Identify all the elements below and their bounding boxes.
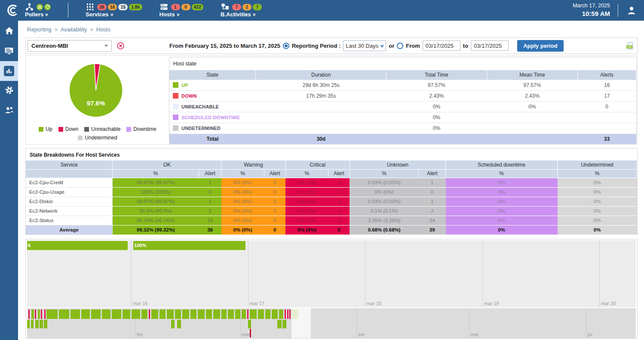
bactivities-count-badge-red[interactable]: 7 (232, 4, 241, 10)
sidebar-item-monitoring[interactable] (0, 41, 18, 61)
timeline-tick-label: mar 18 (367, 301, 381, 306)
service-name[interactable]: Ec2-Network (26, 206, 113, 216)
from-date-input[interactable] (423, 40, 460, 51)
bactivities-count-badge-orange[interactable]: 2 (242, 4, 251, 10)
navigator-cursor[interactable] (250, 329, 251, 337)
navigator-event-segment (171, 320, 175, 328)
mean-time-cell: 0% (487, 101, 578, 112)
warning-percent: 0% (0%) (221, 216, 264, 225)
user-menu-button[interactable] (626, 5, 637, 16)
breadcrumb-link-availability[interactable]: Availability (61, 26, 87, 33)
hosts-count-badge-green[interactable]: 422 (192, 4, 204, 10)
scheduled-downtime-percent: 0% (446, 197, 558, 206)
breadcrumb-link-reporting[interactable]: Reporting (27, 26, 51, 33)
sub-header: Alert (328, 169, 350, 178)
navigator-uptime-segment (81, 309, 90, 319)
reporting-period-radio[interactable] (283, 43, 289, 49)
state-breakdowns-table: ServiceOKWarningCriticalUnknownScheduled… (26, 161, 637, 235)
pollers-label: Pollers (25, 11, 43, 18)
unknown-alert: 39 (419, 225, 446, 235)
list-icon-badge[interactable] (37, 4, 43, 10)
warning-percent: 0% (0%) (221, 197, 264, 206)
monitoring-icon (4, 46, 14, 56)
total-total_time (386, 133, 487, 144)
hosts-status-row: 10422 (159, 3, 204, 11)
service-name[interactable]: Average (26, 225, 113, 235)
hosts-label: Hosts (159, 11, 175, 18)
apply-period-button[interactable]: Apply period (517, 40, 563, 52)
services-count-badge-green[interactable]: 1.8k (129, 4, 142, 10)
service-name[interactable]: Ec2-Cpu-Credit (26, 178, 113, 187)
warning-alert: 0 (264, 178, 285, 187)
to-date-input[interactable] (471, 40, 509, 51)
state-link-down[interactable]: DOWN (181, 93, 197, 99)
svg-text:CSV: CSV (627, 46, 632, 48)
ok-percent: 99.9% (99.9%) (113, 206, 199, 216)
navigator-gridline (586, 308, 586, 338)
services-count-badge-red[interactable]: 26 (97, 4, 107, 10)
centreon-logo[interactable] (0, 3, 25, 18)
pie-legend: UpDownUnreachableDowntimeUndetermined (29, 126, 166, 141)
navigator-event-segment (248, 320, 251, 328)
warning-alert: 0 (264, 197, 285, 206)
sidebar-item-configuration[interactable] (0, 81, 18, 101)
state-link-up[interactable]: UP (181, 83, 188, 88)
state-link-downtime[interactable]: SCHEDULED DOWNTIME (181, 115, 240, 120)
host-state-table: StateDurationTotal TimeMean TimeAlertsUP… (169, 70, 636, 144)
legend-label: Undetermined (85, 135, 117, 141)
services-count-badge-neutral[interactable]: 15 (118, 4, 128, 10)
services-count-badge-orange[interactable]: 16 (108, 4, 117, 10)
services-status-row: 2616151.8k (86, 3, 142, 11)
nav-menu-pollers[interactable]: Pollers∨ (25, 3, 51, 18)
ok-percent: 99.97% (99.97%) (113, 197, 199, 206)
clear-selection-button[interactable] (117, 42, 124, 49)
sidebar-item-home[interactable] (0, 22, 18, 41)
undetermined-percent: 0% (558, 197, 637, 206)
sidebar-item-reporting[interactable] (0, 61, 18, 81)
duration-cell (256, 101, 386, 112)
unknown-percent: 0.68% (0.68%) (350, 225, 419, 235)
host-selector[interactable]: Centreon-MBI (28, 40, 112, 52)
navigator-uptime-segment (151, 309, 158, 319)
breadcrumb-link-hosts[interactable]: Hosts (96, 26, 110, 33)
gauge-icon-badge[interactable] (44, 4, 51, 10)
services-label: Services (86, 11, 109, 18)
unknown-percent: 0.1% (0.1%) (350, 206, 419, 216)
clock-time: 10:59 AM (573, 9, 610, 18)
average-row: Average99.32% (99.32%)380% (0%)00% (0%)0… (26, 225, 637, 235)
service-breakdown-row: Ec2-Cpu-Credit99.97% (99.97%)10% (0%)00%… (26, 178, 637, 187)
centreon-logo-icon (5, 3, 20, 18)
column-header: Alerts (578, 70, 636, 80)
warning-percent: 0% (0%) (221, 178, 264, 187)
bactivities-label-row: B.Activities∨ (221, 11, 262, 18)
ok-percent: 99.97% (99.97%) (113, 178, 199, 187)
csv-export-button[interactable]: CSV (626, 42, 634, 50)
nav-menu-bactivities[interactable]: 727B.Activities∨ (221, 3, 262, 18)
bactivities-count-badge-green[interactable]: 7 (253, 4, 262, 10)
nav-menu-hosts[interactable]: 10422Hosts∨ (159, 3, 204, 18)
state-link-unreachable[interactable]: UNREACHABLE (181, 104, 219, 109)
nav-menu-services[interactable]: 2616151.8kServices∨ (86, 3, 142, 18)
sidebar-item-administration[interactable] (0, 101, 18, 121)
availability-timeline-chart[interactable]: mar 16mar 17mar 18mar 19mar 206100% (27, 240, 636, 307)
service-name[interactable]: Ec2-Diskio (26, 197, 113, 206)
hosts-count-badge-orange[interactable]: 0 (181, 4, 190, 10)
state-breakdowns-panel: State Breakdowns For Host Services Servi… (25, 148, 638, 235)
state-link-undetermined[interactable]: UNDETERMINED (181, 126, 221, 131)
custom-period-radio[interactable] (397, 43, 403, 49)
service-name[interactable]: Ec2-Status (26, 216, 113, 225)
navigator-selection-window[interactable] (291, 308, 311, 338)
navigator-uptime-segment-down (35, 309, 36, 319)
period-select[interactable]: Last 30 Days ∨ (343, 40, 386, 51)
legend-label: Up (46, 126, 52, 132)
group-header: Unknown (350, 161, 445, 169)
timeline-navigator[interactable]: fevmaravrmaijui (27, 308, 636, 338)
sub-header: % (113, 169, 199, 178)
navigator-uptime-segment (198, 309, 205, 319)
service-name[interactable]: Ec2-Cpu-Usage (26, 187, 113, 197)
sub-header: Alert (199, 169, 221, 178)
navigator-uptime-segment (250, 309, 257, 319)
timeline-tick-label: mar 17 (250, 301, 264, 306)
hosts-count-badge-red[interactable]: 1 (171, 4, 180, 10)
caret-down-icon (104, 45, 108, 47)
